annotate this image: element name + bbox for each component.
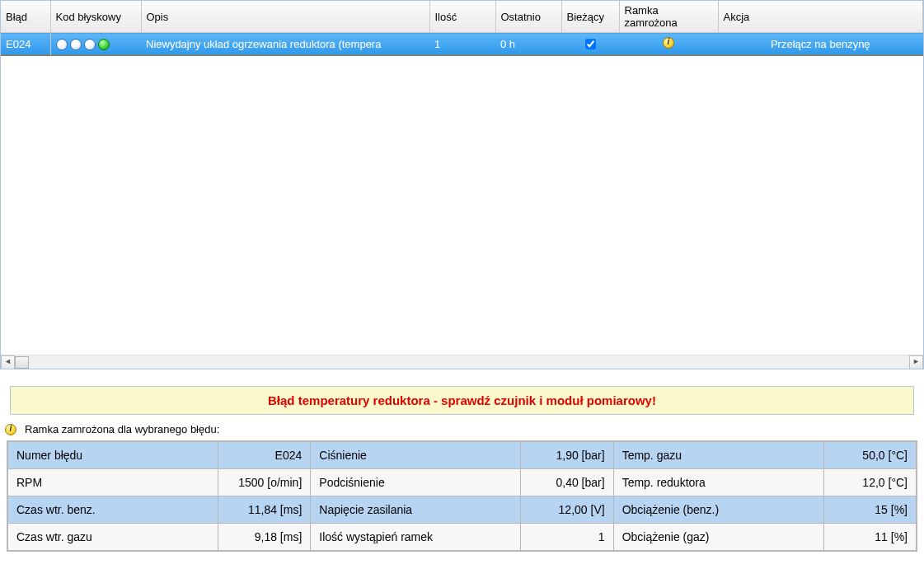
info-icon [5, 424, 16, 435]
horizontal-scrollbar[interactable]: ◄ ► [1, 355, 923, 369]
freeze-label: Podciśnienie [311, 469, 521, 496]
freeze-frame-panel: Numer błędu E024 Ciśnienie 1,90 [bar] Te… [7, 440, 917, 552]
freeze-value: 1500 [o/min] [218, 469, 311, 496]
freeze-label: Temp. gazu [613, 442, 823, 469]
error-row[interactable]: E024 Niewydajny układ ogrzewania redukto… [1, 33, 923, 56]
error-current-cell [561, 33, 619, 56]
freeze-row: Numer błędu E024 Ciśnienie 1,90 [bar] Te… [8, 442, 917, 469]
freeze-value: 11 [%] [823, 524, 916, 551]
col-header-action[interactable]: Akcja [718, 1, 923, 33]
freeze-label: Czas wtr. benz. [8, 496, 218, 524]
current-checkbox[interactable] [585, 39, 596, 49]
error-last-cell: 0 h [495, 33, 561, 56]
col-header-last[interactable]: Ostatnio [495, 1, 561, 33]
blink-dot-icon [70, 39, 82, 50]
error-count-cell: 1 [429, 33, 495, 56]
error-freeze-cell [619, 33, 718, 56]
freeze-value: 15 [%] [823, 496, 916, 524]
scroll-thumb[interactable] [15, 356, 29, 369]
freeze-value: 11,84 [ms] [218, 496, 311, 524]
freeze-value: 0,40 [bar] [521, 469, 613, 496]
freeze-row: RPM 1500 [o/min] Podciśnienie 0,40 [bar]… [8, 469, 917, 496]
error-code-cell: E024 [1, 33, 50, 56]
freeze-label: Ilość wystąpień ramek [311, 524, 521, 551]
error-action-cell: Przełącz na benzynę [718, 33, 923, 56]
freeze-frame-label: Ramka zamrożona dla wybranego błędu: [25, 423, 219, 435]
col-header-desc[interactable]: Opis [141, 1, 429, 33]
col-header-count[interactable]: Ilość [429, 1, 495, 33]
error-desc-cell: Niewydajny układ ogrzewania reduktora (t… [141, 33, 429, 56]
col-header-current[interactable]: Bieżący [561, 1, 619, 33]
freeze-value: E024 [218, 442, 311, 469]
scroll-right-button[interactable]: ► [909, 355, 923, 369]
freeze-row: Czas wtr. gazu 9,18 [ms] Ilość wystąpień… [8, 524, 917, 551]
col-header-freeze[interactable]: Ramka zamrożona [619, 1, 718, 33]
error-table-panel: Błąd Kod błyskowy Opis Ilość Ostatnio Bi… [0, 0, 924, 369]
col-header-blink-code[interactable]: Kod błyskowy [50, 1, 141, 33]
freeze-label: Ciśnienie [311, 442, 521, 469]
freeze-value: 1 [521, 524, 613, 551]
freeze-label: Obciążenie (benz.) [613, 496, 823, 524]
freeze-label: Temp. reduktora [613, 469, 823, 496]
warning-banner: Błąd temperatury reduktora - sprawdź czu… [10, 386, 914, 415]
freeze-value: 12,0 [°C] [823, 469, 916, 496]
col-header-error[interactable]: Błąd [1, 1, 50, 33]
freeze-value: 1,90 [bar] [521, 442, 613, 469]
freeze-value: 9,18 [ms] [218, 524, 311, 551]
freeze-label: Numer błędu [8, 442, 218, 469]
freeze-frame-label-row: Ramka zamrożona dla wybranego błędu: [5, 423, 916, 435]
freeze-value: 50,0 [°C] [823, 442, 916, 469]
blink-dot-green-icon [98, 39, 110, 50]
blink-dots [56, 39, 137, 50]
blink-code-cell [50, 33, 141, 56]
freeze-label: Obciążenie (gaz) [613, 524, 823, 551]
freeze-row: Czas wtr. benz. 11,84 [ms] Napięcie zasi… [8, 496, 917, 524]
freeze-value: 12,00 [V] [521, 496, 613, 524]
blink-dot-icon [56, 39, 68, 50]
freeze-frame-table: Numer błędu E024 Ciśnienie 1,90 [bar] Te… [7, 441, 917, 551]
error-table-header-row: Błąd Kod błyskowy Opis Ilość Ostatnio Bi… [1, 1, 923, 33]
freeze-label: Czas wtr. gazu [8, 524, 218, 551]
blink-dot-icon [84, 39, 96, 50]
freeze-label: Napięcie zasilania [311, 496, 521, 524]
freeze-label: RPM [8, 469, 218, 496]
info-icon[interactable] [663, 37, 674, 49]
error-table: Błąd Kod błyskowy Opis Ilość Ostatnio Bi… [1, 1, 923, 56]
scroll-left-button[interactable]: ◄ [1, 355, 15, 369]
